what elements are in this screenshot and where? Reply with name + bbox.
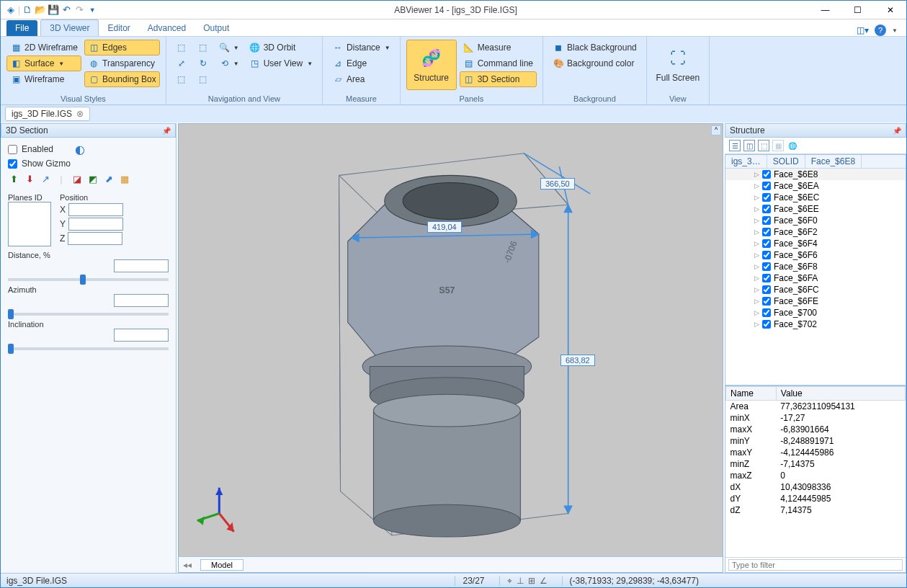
tree-tool-2[interactable]: ◫ [743,140,755,151]
tree-node[interactable]: ▷ Face_$700 [725,307,906,318]
undo-icon[interactable]: ↶ [61,4,72,16]
close-button[interactable]: ✕ [874,1,906,19]
plane-tool-1[interactable]: ⬆ [8,173,19,184]
nav-icon2[interactable]: ⤢ [172,55,191,71]
help-icon[interactable]: ? [875,24,886,36]
2d-wireframe-button[interactable]: ▦2D Wireframe [6,40,81,55]
minimize-button[interactable]: — [809,1,841,19]
user-view-button[interactable]: ◳User View▼ [246,55,316,71]
transparency-button[interactable]: ◍Transparency [84,55,160,71]
area-button[interactable]: ▱Area [329,71,394,87]
tree-node[interactable]: ▷ Face_$6F4 [725,238,906,249]
bg-color-button[interactable]: 🎨Background color [549,55,640,71]
rotate-button[interactable]: ⟲▼ [215,55,243,71]
distance-slider[interactable] [8,278,169,281]
nav-icon6[interactable]: ⬚ [194,71,213,87]
status-file: igs_3D File.IGS [6,576,67,586]
surface-button[interactable]: ◧Surface▼ [6,55,81,71]
document-tab[interactable]: igs_3D File.IGS ⊗ [5,107,90,121]
redo-icon[interactable]: ↷ [73,4,85,16]
qat-dropdown-icon[interactable]: ▼ [86,4,98,16]
close-tab-icon[interactable]: ⊗ [76,109,84,119]
new-icon[interactable]: 🗋 [22,4,33,16]
wireframe-button[interactable]: ▣Wireframe [6,71,81,87]
tab-output[interactable]: Output [195,20,238,36]
tree-node[interactable]: ▷ Face_$6F6 [725,249,906,261]
view-label: View [653,94,703,103]
azimuth-input[interactable] [114,294,169,307]
prop-col-value[interactable]: Value [776,387,905,401]
open-icon[interactable]: 📂 [35,4,46,16]
z-input[interactable] [68,232,122,245]
tree-node[interactable]: ▷ Face_$6EE [725,203,906,215]
plane-tool-5[interactable]: ◩ [87,173,99,184]
style-icon[interactable]: ◫▾ [857,25,869,35]
planes-id-list[interactable] [8,202,51,246]
tree-node[interactable]: ▷ Face_$6E8 [725,169,906,180]
enabled-checkbox[interactable]: Enabled [8,144,53,154]
nav-icon5[interactable]: ↻ [194,55,213,71]
tree-node[interactable]: ▷ Face_$6FA [725,272,906,284]
property-row: maxY-4,124445986 [726,447,906,458]
tree-tool-1[interactable]: ☰ [729,140,741,151]
pin-icon[interactable]: 📌 [162,127,171,135]
tree-node[interactable]: ▷ Face_$702 [725,318,906,330]
x-input[interactable] [68,203,123,216]
tab-nav-left[interactable]: ◂◂ [179,560,196,570]
structure-panel-button[interactable]: 🧬Structure [406,40,457,90]
tree-tool-4[interactable]: ▦ [772,140,784,151]
tree-node[interactable]: ▷ Face_$6F8 [725,261,906,272]
breadcrumb[interactable]: igs_3…SOLIDFace_$6E8 [725,155,906,169]
model-tab[interactable]: Model [200,559,243,571]
expand-up-icon[interactable]: ^ [711,125,721,135]
tab-3d-viewer[interactable]: 3D Viewer [40,19,99,36]
edges-button[interactable]: ◫Edges [84,40,160,55]
tab-editor[interactable]: Editor [99,20,138,36]
tree-node[interactable]: ▷ Face_$6F2 [725,226,906,238]
help-dropdown[interactable]: ▼ [892,27,898,34]
edge-measure-button[interactable]: ⊿Edge [329,55,394,71]
maximize-button[interactable]: ☐ [841,1,874,19]
tab-file[interactable]: File [6,20,37,36]
azimuth-slider[interactable] [8,313,169,316]
fullscreen-button[interactable]: ⛶Full Screen [653,40,703,90]
plane-tool-6[interactable]: ⬈ [103,173,115,184]
bounding-box-button[interactable]: ▢Bounding Box [84,71,160,87]
plane-tool-3[interactable]: ↗ [40,173,51,184]
command-line-button[interactable]: ▤Command line [460,55,537,71]
3d-orbit-button[interactable]: 🌐3D Orbit [246,40,316,55]
prop-col-name[interactable]: Name [726,387,777,401]
tree-node[interactable]: ▷ Face_$6F0 [725,215,906,226]
nav-icon1[interactable]: ⬚ [172,40,191,55]
black-bg-button[interactable]: ◼Black Background [549,40,640,55]
distance-input[interactable] [114,259,169,272]
y-input[interactable] [68,218,123,231]
nav-icon4[interactable]: ⬚ [194,40,213,55]
tree-node[interactable]: ▷ Face_$6FE [725,295,906,307]
tree-node[interactable]: ▷ Face_$6EA [725,180,906,192]
filter-input[interactable] [728,559,903,571]
3d-viewport[interactable]: S57 -0706 [178,123,723,573]
show-gizmo-checkbox[interactable]: Show Gizmo [8,159,169,169]
structure-tree[interactable]: igs_3…SOLIDFace_$6E8 ▷ Face_$6E8▷ Face_$… [725,154,906,386]
plane-tool-2[interactable]: ⬇ [24,173,35,184]
inclination-input[interactable] [114,329,169,342]
pin-icon[interactable]: 📌 [893,127,901,135]
tree-tool-5[interactable]: 🌐 [787,140,798,151]
tree-tool-3[interactable]: ⬚ [758,140,769,151]
inclination-slider[interactable] [8,347,169,350]
tree-node[interactable]: ▷ Face_$6EC [725,192,906,203]
inclination-label: Inclination [8,320,169,329]
nav-icon3[interactable]: ⬚ [172,71,191,87]
tree-node[interactable]: ▷ Face_$6FC [725,284,906,295]
distance-button[interactable]: ↔Distance▼ [329,40,394,55]
3d-section-button[interactable]: ◫3D Section [460,71,537,87]
tab-advanced[interactable]: Advanced [139,20,195,36]
save-icon[interactable]: 💾 [48,4,59,16]
plane-tool-7[interactable]: ▦ [119,173,130,184]
status-snap-icons[interactable]: ⌖⊥⊞∠ [499,576,548,586]
slice-icon[interactable]: ◐ [75,143,85,156]
measure-panel-button[interactable]: 📐Measure [460,40,537,55]
plane-tool-4[interactable]: ◪ [71,173,83,184]
zoom-button[interactable]: 🔍▼ [215,40,243,55]
